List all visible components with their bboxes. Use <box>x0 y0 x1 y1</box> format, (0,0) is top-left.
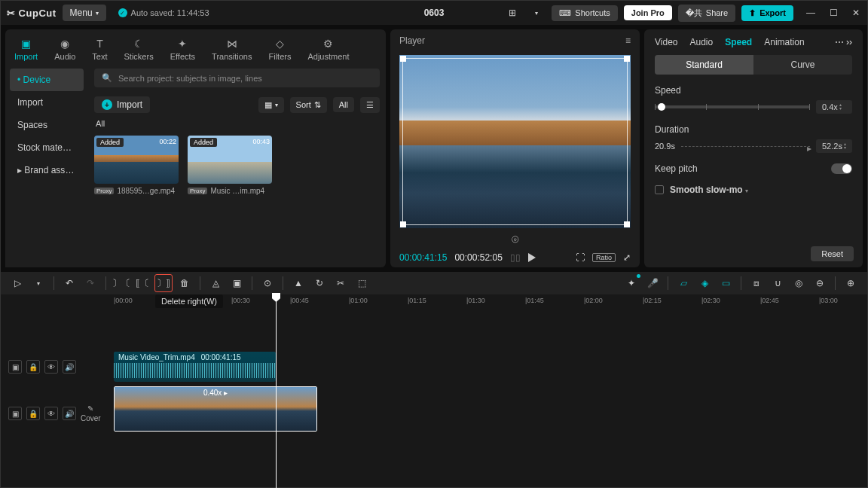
media-tab-adjustment[interactable]: ⚙Adjustment <box>306 34 350 64</box>
tooltip: Delete right(W) <box>155 294 223 308</box>
ai-tool-3[interactable]: ▭ <box>717 274 735 292</box>
ai-tool-2[interactable]: ◈ <box>695 274 714 292</box>
focus-icon[interactable]: ⛶ <box>576 252 585 263</box>
text-icon: T <box>93 37 106 50</box>
track-collapse-icon-2[interactable]: ▣ <box>8 407 22 420</box>
select-tool[interactable]: ▷ <box>8 274 26 292</box>
record-tool[interactable]: ⊙ <box>258 274 277 292</box>
split-tool[interactable]: 〕〔 <box>112 274 130 292</box>
media-tab-effects[interactable]: ✦Effects <box>169 34 197 64</box>
track-mute-icon[interactable]: 🔊 <box>63 360 76 374</box>
marker-tool[interactable]: ◬ <box>206 274 225 292</box>
props-tab-audio[interactable]: Audio <box>689 37 713 47</box>
layout-icon[interactable]: ⊞ <box>503 4 521 22</box>
magic-tool[interactable]: ✦ <box>622 274 640 292</box>
media-tab-transitions[interactable]: ⋈Transitions <box>210 34 253 64</box>
shortcuts-button[interactable]: ⌨Shortcuts <box>552 5 617 21</box>
props-more-icon[interactable]: ⋯ ›› <box>835 37 852 47</box>
duration-from: 20.9s <box>655 142 675 151</box>
smooth-checkbox[interactable] <box>655 185 664 194</box>
play-button[interactable] <box>528 253 536 262</box>
seg-curve[interactable]: Curve <box>753 55 852 75</box>
fullscreen-icon[interactable]: ⤢ <box>623 252 631 263</box>
track-visible-icon[interactable]: 👁 <box>44 360 58 374</box>
speed-slider[interactable] <box>655 105 810 108</box>
player-viewport[interactable] <box>399 55 631 228</box>
media-clip[interactable]: Added00:43ProxyMusic …im.mp4 <box>188 136 272 195</box>
side-item-device[interactable]: • Device <box>10 69 84 91</box>
seg-standard[interactable]: Standard <box>655 55 753 75</box>
video-clip[interactable]: 0.40x ▸ <box>114 386 317 432</box>
undo-button[interactable]: ↶ <box>60 274 78 292</box>
redo-button[interactable]: ↷ <box>81 274 99 292</box>
ai-tool-1[interactable]: ▱ <box>674 274 692 292</box>
side-item-import[interactable]: Import <box>10 91 84 114</box>
track-mute-icon-2[interactable]: 🔊 <box>63 407 76 420</box>
duration-value[interactable]: 52.2s▴▾ <box>816 139 852 153</box>
media-tab-filters[interactable]: ◇Filters <box>267 34 292 64</box>
snapshot-icon[interactable]: ⦾ <box>512 234 519 245</box>
document-title[interactable]: 0603 <box>424 8 445 18</box>
filter-options-button[interactable]: ☰ <box>360 97 380 113</box>
keep-pitch-toggle[interactable] <box>831 163 852 174</box>
side-item-brand-assets[interactable]: ▸ Brand assets <box>10 159 84 181</box>
view-mode-button[interactable]: ▦ ▾ <box>258 97 284 113</box>
select-dropdown[interactable]: ▾ <box>29 274 47 292</box>
group-tool[interactable]: ▣ <box>228 274 246 292</box>
rotate-tool[interactable]: ↻ <box>310 274 329 292</box>
crop-tool[interactable]: ✂ <box>332 274 350 292</box>
track-visible-icon-2[interactable]: 👁 <box>44 407 58 420</box>
media-tab-text[interactable]: TText <box>90 34 108 64</box>
layout-dropdown[interactable]: ▾ <box>527 4 546 22</box>
media-tab-stickers[interactable]: ☾Stickers <box>123 34 155 64</box>
sort-button[interactable]: Sort ⇅ <box>290 97 327 113</box>
media-clip[interactable]: Added00:22Proxy188595…ge.mp4 <box>94 136 179 195</box>
join-pro-button[interactable]: Join Pro <box>624 5 672 20</box>
delete-tool[interactable]: 🗑 <box>176 274 194 292</box>
mic-tool[interactable]: 🎤 <box>643 274 662 292</box>
zoom-fit-tool[interactable]: ⊕ <box>842 274 860 292</box>
cover-button[interactable]: ✎Cover <box>81 404 101 422</box>
search-input[interactable]: 🔍Search project: subjects in image, line… <box>94 69 380 87</box>
share-button[interactable]: �共Share <box>678 5 735 22</box>
all-label: All <box>94 117 380 130</box>
audio-clip[interactable]: Music Video_Trim.mp400:00:41:15 <box>114 352 276 382</box>
ratio-button[interactable]: Ratio <box>592 253 616 262</box>
current-time: 00:00:41:15 <box>399 252 447 263</box>
props-tab-speed[interactable]: Speed <box>725 37 752 47</box>
filter-all-button[interactable]: All <box>333 97 354 112</box>
import-button[interactable]: +Import <box>94 96 150 113</box>
maximize-button[interactable]: ☐ <box>828 8 839 18</box>
check-icon: ✓ <box>118 8 127 17</box>
track-collapse-icon[interactable]: ▣ <box>8 360 22 374</box>
close-button[interactable]: ✕ <box>851 8 861 18</box>
media-tab-import[interactable]: ▣Import <box>13 34 39 64</box>
reset-button[interactable]: Reset <box>811 246 854 261</box>
media-tab-audio[interactable]: ◉Audio <box>53 34 77 64</box>
pro-tool[interactable]: ⬚ <box>353 274 371 292</box>
side-item-spaces[interactable]: Spaces <box>10 114 84 136</box>
minimize-button[interactable]: — <box>805 8 816 18</box>
side-item-stock-mate-[interactable]: Stock mate… <box>10 136 84 159</box>
menu-button[interactable]: Menu▾ <box>63 5 106 21</box>
track-lock-icon[interactable]: 🔒 <box>26 360 40 374</box>
frame-back-icon[interactable]: ▯▯ <box>510 252 521 263</box>
mirror-tool[interactable]: ▲ <box>289 274 307 292</box>
export-button[interactable]: ⬆Export <box>741 5 793 21</box>
magnet-tool[interactable]: ∪ <box>769 274 787 292</box>
duration-label: Duration <box>655 124 852 135</box>
clip-speed-tag: 0.40x ▸ <box>203 389 228 397</box>
speed-value[interactable]: 0.4x▴▾ <box>816 100 852 114</box>
delete-left-tool[interactable]: ⟦〔 <box>133 274 151 292</box>
lock-tool[interactable]: ◎ <box>790 274 808 292</box>
playhead[interactable] <box>276 294 277 488</box>
props-tab-video[interactable]: Video <box>655 37 677 47</box>
delete-right-tool[interactable]: 〕⟧ Delete right(W) <box>154 274 173 292</box>
track-lock-icon-2[interactable]: 🔒 <box>26 407 40 420</box>
timeline-ruler[interactable]: |00:00|00:15|00:30|00:45|01:00|01:15|01:… <box>114 294 867 310</box>
player-menu-icon[interactable]: ≡ <box>625 35 631 46</box>
keep-pitch-label: Keep pitch <box>655 163 698 174</box>
timer-tool[interactable]: ⊖ <box>811 274 829 292</box>
link-tool[interactable]: ⧈ <box>747 274 766 292</box>
props-tab-animation[interactable]: Animation <box>764 37 804 47</box>
